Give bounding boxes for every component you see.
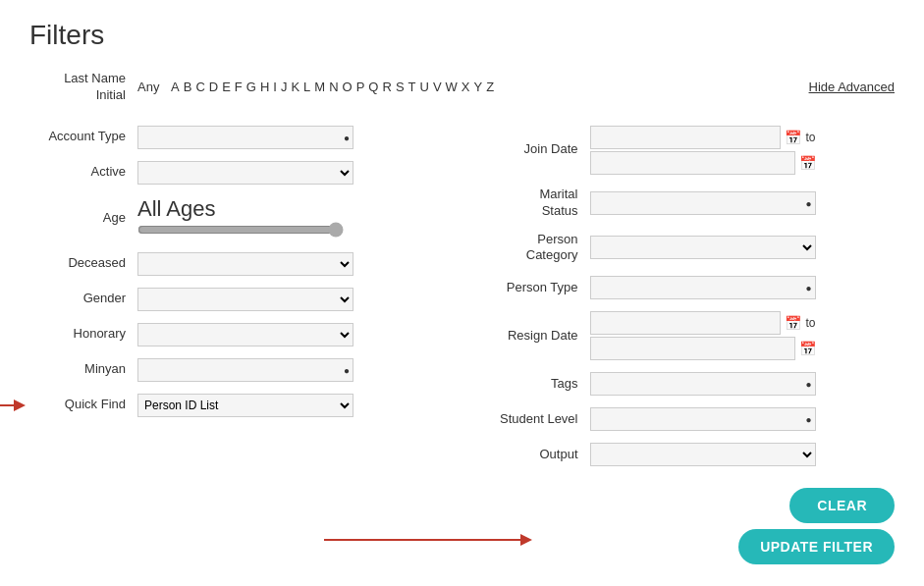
- join-date-to-calendar-icon[interactable]: 📅: [799, 155, 816, 171]
- output-control: [590, 443, 816, 466]
- account-type-label: Account Type: [29, 129, 137, 145]
- clear-button[interactable]: CLEAR: [789, 488, 895, 523]
- filters-layout: Account Type ● Active: [29, 120, 895, 473]
- minyan-input[interactable]: [137, 358, 353, 382]
- alpha-P[interactable]: P: [356, 80, 365, 94]
- gender-select[interactable]: [137, 288, 353, 311]
- left-filters: Account Type ● Active: [29, 120, 453, 473]
- student-level-input[interactable]: [590, 407, 816, 431]
- person-type-bullet: ●: [805, 283, 811, 293]
- resign-date-from[interactable]: [590, 311, 782, 335]
- person-category-label: PersonCategory: [472, 232, 590, 265]
- person-category-row: PersonCategory: [472, 226, 896, 271]
- minyan-bullet: ●: [344, 364, 350, 375]
- join-date-row: Join Date 📅 to 📅: [472, 120, 896, 181]
- account-type-input[interactable]: [137, 126, 353, 149]
- alpha-Y[interactable]: Y: [474, 80, 483, 94]
- join-date-label: Join Date: [472, 141, 590, 158]
- resign-date-to[interactable]: [590, 337, 795, 360]
- resign-date-control: 📅 to 📅: [590, 311, 816, 360]
- last-name-row: Last NameInitial Any A B C D E F G H I J…: [29, 71, 895, 104]
- alpha-R[interactable]: R: [382, 80, 391, 94]
- honorary-label: Honorary: [29, 326, 137, 343]
- alpha-F[interactable]: F: [235, 80, 243, 94]
- last-name-label: Last NameInitial: [29, 71, 137, 104]
- output-select[interactable]: [590, 443, 816, 466]
- alpha-W[interactable]: W: [446, 80, 458, 94]
- alpha-O[interactable]: O: [343, 80, 353, 94]
- deceased-control: [137, 252, 353, 276]
- alpha-D[interactable]: D: [209, 80, 218, 94]
- join-date-to-text: to: [805, 131, 815, 144]
- alpha-T[interactable]: T: [408, 80, 416, 94]
- arrow1-icon: [0, 396, 29, 415]
- resign-date-from-calendar-icon[interactable]: 📅: [785, 315, 801, 331]
- quick-find-select[interactable]: Person ID List: [137, 394, 353, 417]
- alpha-V[interactable]: V: [433, 80, 442, 94]
- minyan-row: Minyan ●: [29, 352, 453, 388]
- quick-find-row: Quick Find Person ID List: [29, 388, 453, 423]
- alpha-Q[interactable]: Q: [368, 80, 378, 94]
- gender-label: Gender: [29, 291, 137, 307]
- quick-find-label: Quick Find: [29, 397, 137, 413]
- tags-label: Tags: [472, 376, 590, 393]
- alpha-L[interactable]: L: [303, 80, 310, 94]
- deceased-row: Deceased: [29, 246, 453, 282]
- person-type-control: ●: [590, 276, 816, 299]
- alpha-B[interactable]: B: [184, 80, 192, 94]
- resign-date-to-text: to: [805, 316, 815, 330]
- age-control: All Ages: [137, 196, 353, 240]
- account-type-control: ●: [137, 126, 353, 149]
- active-control: [137, 161, 353, 185]
- alpha-I[interactable]: I: [273, 80, 277, 94]
- alpha-any[interactable]: Any: [137, 80, 159, 94]
- tags-input[interactable]: [590, 372, 816, 396]
- active-label: Active: [29, 164, 137, 181]
- marital-status-input[interactable]: [590, 191, 816, 215]
- alpha-X[interactable]: X: [462, 80, 470, 94]
- alpha-N[interactable]: N: [329, 80, 338, 94]
- alpha-G[interactable]: G: [246, 80, 256, 94]
- alpha-E[interactable]: E: [222, 80, 231, 94]
- student-level-label: Student Level: [472, 411, 590, 428]
- page-title: Filters: [29, 20, 895, 51]
- join-date-to[interactable]: [590, 151, 795, 175]
- honorary-control: [137, 323, 353, 346]
- alpha-J[interactable]: J: [281, 80, 288, 94]
- marital-status-bullet: ●: [805, 197, 811, 208]
- alpha-S[interactable]: S: [396, 80, 405, 94]
- update-filter-button[interactable]: UPDATE FILTER: [738, 529, 895, 564]
- resign-date-label: Resign Date: [472, 328, 590, 345]
- minyan-label: Minyan: [29, 361, 137, 378]
- join-date-control: 📅 to 📅: [590, 126, 816, 175]
- alpha-H[interactable]: H: [260, 80, 269, 94]
- gender-control: [137, 288, 353, 311]
- active-row: Active: [29, 155, 453, 190]
- tags-control: ●: [590, 372, 816, 396]
- honorary-select[interactable]: [137, 323, 353, 346]
- age-label: Age: [29, 210, 137, 227]
- alpha-K[interactable]: K: [291, 80, 299, 94]
- alpha-M[interactable]: M: [314, 80, 325, 94]
- person-type-row: Person Type ●: [472, 270, 896, 305]
- alpha-Z[interactable]: Z: [486, 80, 494, 94]
- join-date-from[interactable]: [590, 126, 782, 149]
- person-type-input[interactable]: [590, 276, 816, 299]
- gender-row: Gender: [29, 282, 453, 317]
- age-slider[interactable]: [137, 222, 344, 238]
- hide-advanced-link[interactable]: Hide Advanced: [809, 80, 895, 94]
- alpha-U[interactable]: U: [420, 80, 429, 94]
- alpha-links: Any A B C D E F G H I J K L M N O P Q R …: [137, 80, 809, 94]
- alpha-C[interactable]: C: [195, 80, 204, 94]
- honorary-row: Honorary: [29, 317, 453, 352]
- person-category-select[interactable]: [590, 236, 816, 259]
- student-level-row: Student Level ●: [472, 401, 896, 437]
- resign-date-to-calendar-icon[interactable]: 📅: [799, 341, 816, 356]
- output-row: Output: [472, 437, 896, 472]
- join-date-from-calendar-icon[interactable]: 📅: [785, 130, 801, 145]
- resign-date-row: Resign Date 📅 to 📅: [472, 305, 896, 366]
- tags-row: Tags ●: [472, 366, 896, 401]
- alpha-A[interactable]: A: [171, 80, 180, 94]
- active-select[interactable]: [137, 161, 353, 185]
- deceased-select[interactable]: [137, 252, 353, 276]
